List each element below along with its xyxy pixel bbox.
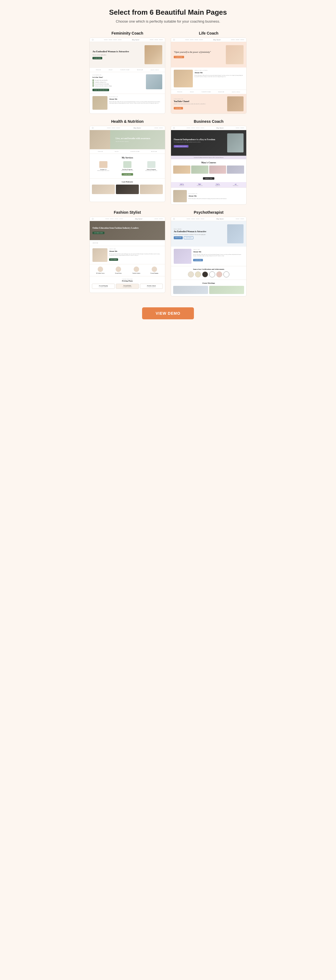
bc-hero-text: Financial Independence is a Key to Freed… <box>174 138 226 148</box>
fs-icon-label-shopping: Personal Shopping <box>146 273 163 274</box>
pt-learn-more-btn[interactable]: LEARN MORE <box>193 259 203 261</box>
nav-dot <box>119 219 123 219</box>
hn-cta-btn[interactable]: LEARN MORE <box>122 173 133 176</box>
pt-about-text: ABOUT ME About Me Hi there! My name is M… <box>193 249 243 264</box>
lc-cta-btn[interactable]: LEARN MORE <box>174 56 184 58</box>
lc-middle-section: ABOUT THE AUTHOR About Me Hi there! My n… <box>171 67 246 89</box>
bc-enroll-btn[interactable]: ENROLL NOW <box>203 177 214 180</box>
fc-section-title: Is it for You? <box>93 76 144 78</box>
nav-dot <box>154 128 158 128</box>
courses-grid <box>173 165 244 174</box>
fc-start-btn[interactable]: START TRANSFORMATION <box>93 89 109 91</box>
zoom-image-2 <box>209 286 244 294</box>
card-preview-business[interactable]: Meg Taylor Financial Independence is a K… <box>171 126 246 205</box>
nav-dot <box>112 128 115 128</box>
fs-read-more-btn[interactable]: READ MORE <box>109 258 118 261</box>
fs-cta-btn[interactable]: GET FREE GUIDE <box>93 232 104 234</box>
fs-about-label: ABOUT ME <box>93 242 98 243</box>
fc-mini-nav <box>104 40 122 40</box>
card-preview-femininity[interactable]: Meg Taylor An Embodied Woman is Attracti… <box>90 38 165 114</box>
nav-dot <box>115 219 118 219</box>
fs-logo: Meg Taylor <box>135 218 142 220</box>
check-icon <box>93 85 94 87</box>
bc-about-section: FEATURED ON About Me Hi there! My name i… <box>171 188 246 204</box>
fc-cta-btn[interactable]: LEARN MORE <box>93 57 102 59</box>
fs-about-image <box>93 248 107 262</box>
cert-badge-1 <box>188 271 194 277</box>
zoom-image-1 <box>173 286 208 294</box>
lc-hero: "Open yourself to the power of femininit… <box>171 42 246 67</box>
check-text: Constantly seeking for less <box>94 81 106 83</box>
card-femininity-coach: Femininity Coach Meg Taylor <box>90 31 165 114</box>
nav-dot <box>118 40 122 40</box>
nav-dot <box>191 128 195 128</box>
check-item: You want to live your best life <box>93 80 144 81</box>
lc-mini-header: Meg Taylor <box>171 38 246 42</box>
lc-yt-sublabel: SUBSCRIBE ON <box>174 98 226 100</box>
nav-dot <box>105 219 109 219</box>
view-demo-button[interactable]: VIEW DEMO <box>142 307 194 319</box>
pt-about-desc: Hi there! My name is Mary and I am a pro… <box>193 254 243 257</box>
bc-logo: Meg Taylor <box>216 127 224 129</box>
pt-mini-nav2 <box>236 219 244 219</box>
pt-about-image <box>174 249 192 264</box>
logo-vanityfair: VANITY FAIR <box>130 151 139 152</box>
certs-title: Some of my Certifications and Achievemen… <box>173 269 244 270</box>
fs-icon-shopping: Personal Shopping <box>146 267 163 274</box>
card-preview-life[interactable]: Meg Taylor "Open yourself to the power o… <box>171 38 246 114</box>
lc-subscribe-btn[interactable]: SUBSCRIBE <box>174 107 183 110</box>
hn-hero-person-image <box>90 130 110 149</box>
subtitle: Choose one which is perfectly suitable f… <box>90 19 246 24</box>
card-preview-health[interactable]: Meg Taylor Live, act and breathe with aw… <box>90 126 165 202</box>
stat-label: Income Boost <box>227 185 244 186</box>
podcast-item <box>140 185 163 194</box>
pricing-desc-shopping: Lorem ipsum text goes here <box>93 286 114 288</box>
check-icon <box>93 81 94 83</box>
pt-view-demo-btn[interactable]: VIEW DEMO <box>184 236 194 239</box>
nav-dot <box>154 219 158 219</box>
nav-dot <box>109 40 112 40</box>
pt-about-title: About Me <box>193 251 243 253</box>
nav-dot <box>240 219 244 219</box>
logo-vanityfair: VANITY FAIR <box>202 91 211 92</box>
service-item-fitness: Fitness Programs Short description of th… <box>140 161 163 172</box>
pricing-title: Pricing Plans <box>92 280 163 282</box>
pt-hero-text: WELL BEING An Embodied Woman is Attracti… <box>174 228 226 239</box>
nav-dot <box>200 219 204 219</box>
fc-logo: Meg Taylor <box>132 39 140 41</box>
logo-vogue: VOGUE <box>96 69 101 70</box>
podcasts-title: Last Podcasts <box>92 181 163 183</box>
card-preview-fashion[interactable]: Meg Taylor Online Education from Fashion… <box>90 217 165 293</box>
bc-mini-nav2 <box>236 128 244 128</box>
service-desc-sessions: Short description of the service <box>92 170 115 172</box>
logo-vogue: VOGUE <box>98 151 103 152</box>
lc-mini-nav2 <box>231 40 244 40</box>
search-icon <box>173 39 175 41</box>
lc-youtube-title: YouTube Chanel <box>174 100 226 103</box>
fc-mini-header: Meg Taylor <box>90 38 165 42</box>
lc-yt-desc: Subscribe to my channel and don't miss m… <box>174 103 226 105</box>
podcast-item <box>116 185 139 194</box>
card-psychotherapist: Psychotherapist Meg Taylor <box>171 210 246 296</box>
logo-elle: ELLE <box>109 69 113 70</box>
pt-hero-title: An Embodied Woman is Attractive <box>174 230 226 233</box>
bc-cta-btn[interactable]: BOOK CONSULTATION <box>174 145 189 148</box>
hn-hero: Live, act and breathe with awareness. su… <box>90 130 165 149</box>
lc-youtube-section: SUBSCRIBE ON YouTube Chanel Subscribe to… <box>171 94 246 113</box>
lc-middle-image <box>174 70 193 88</box>
bc-about-desc: Hi there! My name is Mary and I am dedic… <box>189 198 244 200</box>
certs-row <box>173 271 244 277</box>
zoom-title: Zoom Meetings <box>173 282 244 284</box>
cert-badge-3 <box>202 271 208 277</box>
fs-about-desc: Hi! I am a professional fashion stylist … <box>109 253 162 256</box>
fc-about-image <box>93 96 107 110</box>
fc-hero-text: An Embodied Woman is Attractive You are … <box>93 50 143 59</box>
nav-dot <box>191 219 195 219</box>
fs-pricing-section: CHOOSE ONE OF MY Pricing Plans Personal … <box>90 276 165 291</box>
bc-hero-title: Financial Independence is a Key to Freed… <box>174 138 226 141</box>
stat-label: 5-Star Reviews <box>191 185 208 186</box>
lc-quote: "Open yourself to the power of femininit… <box>174 51 224 59</box>
bc-hero: Financial Independence is a Key to Freed… <box>171 130 246 156</box>
pt-find-guide-btn[interactable]: FIND GUIDE <box>174 236 183 239</box>
card-preview-psycho[interactable]: Meg Taylor WELL BEING An Embodied Woman … <box>171 217 246 296</box>
